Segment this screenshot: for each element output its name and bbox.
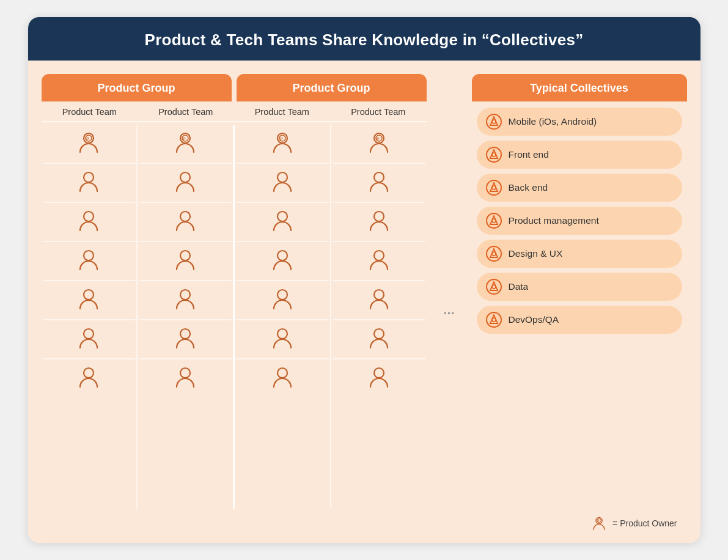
svg-text:P: P [86, 137, 89, 141]
collective-item-3: Product management [477, 207, 682, 235]
collective-icon-6 [485, 311, 502, 328]
footer-note-text: = Product Owner [612, 518, 677, 528]
collective-label-4: Design & UX [509, 248, 563, 259]
svg-point-44 [492, 186, 496, 190]
collective-icon-1 [485, 146, 502, 163]
person-cell-1-5 [43, 281, 136, 320]
collective-icon-2 [485, 179, 502, 196]
person-cell-1-2 [43, 164, 136, 203]
collective-icon-4 [485, 245, 502, 262]
collective-label-3: Product management [509, 215, 599, 226]
svg-point-21 [278, 172, 287, 182]
collective-icon-3 [485, 212, 502, 229]
collective-icon-5 [485, 278, 502, 295]
svg-marker-52 [490, 282, 498, 290]
svg-point-41 [492, 153, 496, 157]
collective-item-5: Data [477, 273, 682, 301]
svg-point-6 [84, 290, 94, 300]
collective-item-2: Back end [477, 174, 682, 202]
team-col-2: Product Team [138, 101, 234, 121]
svg-point-26 [278, 368, 287, 378]
svg-point-56 [492, 318, 496, 322]
title: Product & Tech Teams Share Knowledge in … [145, 31, 584, 49]
person-col-2: P [138, 125, 235, 509]
svg-point-25 [278, 329, 287, 339]
product-owner-icon: P [75, 129, 102, 158]
svg-point-33 [374, 290, 384, 300]
team-col-3: Product Team [234, 101, 331, 121]
person-cell-1-3 [43, 203, 136, 242]
right-section: Typical Collectives Mobile (iOs, Android… [472, 74, 687, 509]
svg-point-14 [180, 251, 190, 260]
svg-point-3 [84, 172, 94, 182]
team-label-3: Product Team [252, 101, 312, 121]
svg-text:P: P [183, 137, 186, 141]
collectives-header: Typical Collectives [472, 74, 687, 101]
svg-marker-43 [490, 183, 498, 191]
ellipsis-text: ... [443, 302, 454, 318]
svg-point-30 [374, 172, 384, 182]
product-group-2: Product Group [237, 74, 427, 101]
product-group-1: Product Group [42, 74, 232, 101]
svg-text:P: P [377, 137, 380, 141]
card-body: Product Group Product Group Product Team… [28, 61, 700, 543]
left-section: Product Group Product Group Product Team… [42, 74, 427, 509]
svg-point-5 [84, 251, 94, 260]
collectives-list: Mobile (iOs, Android) Front end [472, 101, 687, 509]
collective-item-1: Front end [477, 141, 682, 169]
team-label-1: Product Team [60, 101, 119, 121]
card-header: Product & Tech Teams Share Knowledge in … [28, 17, 700, 61]
svg-point-7 [84, 329, 94, 339]
person-cell-1-7 [43, 359, 136, 397]
svg-point-15 [180, 290, 190, 300]
svg-text:P: P [280, 137, 283, 141]
team-col-4: Product Team [330, 101, 427, 121]
svg-point-24 [278, 290, 287, 300]
svg-point-47 [492, 219, 496, 223]
svg-point-4 [84, 212, 94, 221]
teams-row: Product Team Product Team Product Team P… [42, 101, 427, 122]
svg-point-17 [180, 368, 190, 378]
svg-marker-46 [490, 216, 498, 224]
groups-row: Product Group Product Group [42, 74, 427, 101]
svg-point-50 [492, 252, 496, 256]
svg-point-13 [180, 212, 190, 221]
main-card: Product & Tech Teams Share Knowledge in … [28, 17, 700, 543]
person-col-3: P [235, 125, 331, 509]
svg-marker-55 [490, 315, 498, 323]
svg-marker-40 [490, 150, 498, 158]
team-label-4: Product Team [348, 101, 408, 121]
ellipsis-column: ... [433, 74, 466, 509]
person-cell-2-1: P [139, 125, 232, 164]
svg-marker-37 [490, 117, 498, 125]
product-owner-legend-icon: P [590, 515, 608, 532]
person-col-4: P [331, 125, 427, 509]
person-col-1: P [42, 125, 138, 509]
main-grid: Product Group Product Group Product Team… [42, 74, 687, 509]
svg-point-8 [84, 368, 94, 378]
svg-point-12 [180, 172, 190, 182]
svg-marker-49 [490, 249, 498, 257]
person-cell-1-4 [43, 242, 136, 281]
svg-text:P: P [598, 520, 600, 523]
collective-label-5: Data [509, 281, 529, 292]
svg-point-31 [374, 212, 384, 221]
collective-label-6: DevOps/QA [509, 314, 559, 325]
svg-point-32 [374, 251, 384, 260]
svg-point-35 [374, 368, 384, 378]
team-col-1: Product Team [42, 101, 138, 121]
svg-point-53 [492, 285, 496, 289]
svg-point-23 [278, 251, 287, 260]
collective-label-1: Front end [509, 149, 549, 160]
team-label-2: Product Team [156, 101, 215, 121]
svg-point-22 [278, 212, 287, 221]
person-cell-1-6 [43, 320, 136, 359]
collective-item-6: DevOps/QA [477, 306, 682, 334]
collective-item-4: Design & UX [477, 240, 682, 268]
svg-point-16 [180, 329, 190, 339]
persons-grid: P P [42, 125, 427, 509]
collective-label-0: Mobile (iOs, Android) [509, 116, 597, 127]
collective-icon-0 [485, 113, 502, 130]
person-cell-1-1: P [43, 125, 136, 164]
collective-label-2: Back end [509, 182, 548, 193]
